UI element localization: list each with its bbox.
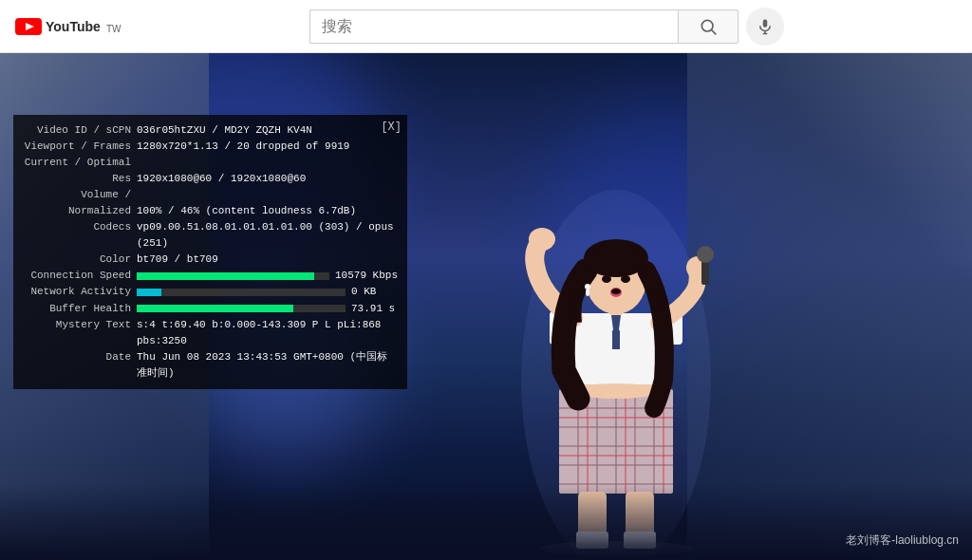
debug-row-volume: Volume /	[23, 187, 398, 203]
debug-row-codecs: Codecs vp09.00.51.08.01.01.01.01.00 (303…	[23, 219, 398, 252]
debug-row-res: Res 1920x1080@60 / 1920x1080@60	[23, 171, 398, 187]
debug-label: Network Activity	[23, 284, 137, 300]
debug-value	[137, 187, 398, 203]
bar-fill	[137, 289, 161, 296]
bar-value: 0 KB	[351, 284, 376, 300]
debug-value: 1920x1080@60 / 1920x1080@60	[137, 171, 398, 187]
debug-row-date: Date Thu Jun 08 2023 13:43:53 GMT+0800 (…	[23, 349, 398, 382]
debug-label: Buffer Health	[23, 301, 137, 317]
debug-value: s:4 t:69.40 b:0.000-143.309 P L pLi:868 …	[137, 317, 398, 349]
debug-value: 100% / 46% (content loudness 6.7dB)	[137, 203, 398, 219]
debug-value: 1280x720*1.13 / 20 dropped of 9919	[137, 139, 398, 155]
header: YouTube TW	[0, 0, 972, 53]
svg-point-3	[701, 20, 713, 31]
debug-value	[137, 155, 398, 171]
debug-label: Mystery Text	[23, 317, 137, 349]
debug-label: Viewport / Frames	[23, 139, 137, 155]
debug-label: Connection Speed	[23, 268, 137, 284]
debug-row-normalized: Normalized 100% / 46% (content loudness …	[23, 203, 398, 219]
country-code: TW	[106, 24, 122, 34]
svg-point-50	[586, 289, 589, 296]
svg-rect-33	[612, 330, 620, 349]
youtube-logo-icon: YouTube	[15, 17, 101, 36]
debug-label: Color	[23, 252, 137, 268]
svg-point-38	[529, 228, 555, 251]
bar-background	[137, 289, 346, 296]
mic-button[interactable]	[746, 8, 784, 46]
debug-label: Normalized	[23, 203, 137, 219]
debug-overlay: [X] Video ID / sCPN 036r05htZXU / MD2Y Z…	[13, 115, 407, 389]
debug-value: 036r05htZXU / MD2Y ZQZH KV4N	[137, 122, 398, 139]
svg-text:YouTube: YouTube	[46, 19, 101, 34]
debug-row-connspeed: Connection Speed 10579 Kbps	[23, 268, 398, 284]
debug-label: Codecs	[23, 219, 137, 252]
bar-background	[137, 272, 329, 280]
bar-value: 73.91 s	[351, 301, 395, 317]
bar-fill	[137, 272, 314, 280]
debug-row-network: Network Activity 0 KB	[23, 284, 398, 300]
debug-label: Current / Optimal	[23, 155, 137, 171]
svg-point-41	[697, 246, 714, 263]
debug-label: Volume /	[23, 187, 137, 203]
search-container	[309, 8, 784, 46]
search-input[interactable]	[309, 9, 678, 44]
watermark: 老刘博客-laoliublog.cn	[846, 532, 959, 549]
svg-rect-5	[763, 19, 768, 27]
youtube-logo[interactable]: YouTube TW	[15, 17, 122, 36]
debug-value: vp09.00.51.08.01.01.01.01.00 (303) / opu…	[137, 219, 398, 252]
debug-row-viewport: Viewport / Frames 1280x720*1.13 / 20 dro…	[23, 139, 398, 155]
stage-floor	[0, 484, 972, 560]
search-button[interactable]	[678, 9, 738, 44]
bar-value: 10579 Kbps	[335, 268, 398, 284]
debug-row-color: Color bt709 / bt709	[23, 252, 398, 268]
bar-fill	[137, 305, 293, 312]
buffer-health-bar: 73.91 s	[137, 301, 398, 317]
debug-value: Thu Jun 08 2023 13:43:53 GMT+0800 (中国标准时…	[137, 349, 398, 382]
debug-row-mystery: Mystery Text s:4 t:69.40 b:0.000-143.309…	[23, 317, 398, 349]
bar-background	[137, 305, 346, 312]
debug-label: Date	[23, 349, 137, 382]
svg-line-4	[712, 29, 717, 34]
debug-row-buffer: Buffer Health 73.91 s	[23, 301, 398, 317]
svg-point-45	[602, 275, 611, 283]
debug-label: Res	[23, 171, 137, 187]
svg-point-46	[621, 275, 630, 283]
mic-icon	[757, 18, 774, 35]
svg-point-48	[611, 289, 621, 294]
debug-value: bt709 / bt709	[137, 252, 398, 268]
debug-row-current: Current / Optimal	[23, 155, 398, 171]
connection-speed-bar: 10579 Kbps	[137, 268, 398, 284]
debug-close-button[interactable]: [X]	[381, 119, 402, 137]
search-icon	[699, 17, 718, 36]
network-activity-bar: 0 KB	[137, 284, 398, 300]
debug-row-videoid: Video ID / sCPN 036r05htZXU / MD2Y ZQZH …	[23, 122, 398, 139]
video-player[interactable]: [X] Video ID / sCPN 036r05htZXU / MD2Y Z…	[0, 53, 972, 560]
debug-label: Video ID / sCPN	[23, 122, 137, 139]
